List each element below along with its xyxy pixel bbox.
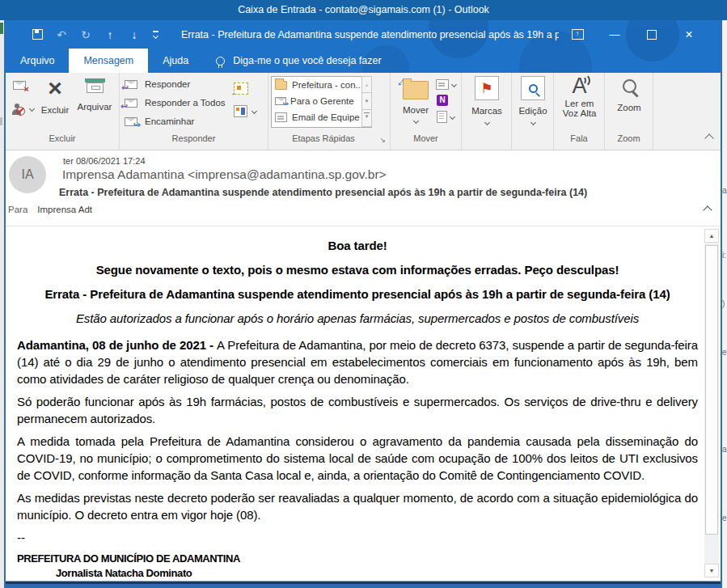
signature-name: Jornalista Natacha Dominato bbox=[17, 566, 698, 581]
save-button[interactable] bbox=[25, 29, 49, 40]
window-controls: ↑ — × bbox=[559, 27, 721, 42]
ribbon-group-fala: A Ler em Voz Alta Fala bbox=[554, 73, 605, 150]
ribbon-group-mover: ↓ Mover N Mover bbox=[391, 73, 462, 150]
scroll-up-icon: ▲ bbox=[365, 82, 370, 87]
gallery-scroll-down-button[interactable]: ▼ bbox=[361, 93, 372, 110]
reply-all-button[interactable]: ↩ Responder a Todos bbox=[125, 98, 226, 108]
scroll-up-button[interactable]: ▲ bbox=[704, 229, 719, 243]
tell-me-box[interactable]: Diga-me o que você deseja fazer bbox=[216, 49, 381, 73]
message-date: ter 08/06/2021 17:24 bbox=[63, 156, 146, 166]
close-icon: × bbox=[685, 27, 692, 41]
archive-icon bbox=[85, 78, 105, 94]
gallery-more-button[interactable]: ▼ bbox=[361, 110, 372, 127]
more-icon: ▼ bbox=[365, 114, 370, 119]
reply-with-meeting-button[interactable]: ← bbox=[234, 82, 248, 95]
signature: PREFEITURA DO MUNICÍPIO DE ADAMANTINA Jo… bbox=[17, 552, 698, 581]
quick-step-item[interactable]: Email de Equipe bbox=[272, 109, 371, 125]
tell-me-label: Diga-me o que você deseja fazer bbox=[233, 55, 381, 66]
move-button[interactable]: ↓ Mover bbox=[397, 76, 434, 123]
background-text-fragment: a bbox=[722, 186, 727, 195]
avatar[interactable]: IA bbox=[9, 156, 46, 193]
background-window-titlebar: Caixa de Entrada - contato@sigamais.com … bbox=[0, 0, 727, 20]
vertical-scrollbar[interactable]: ▲ ▼ bbox=[704, 229, 719, 577]
ignore-button[interactable]: × bbox=[13, 81, 26, 90]
scrollbar-thumb[interactable] bbox=[705, 245, 718, 535]
maximize-icon bbox=[647, 30, 657, 40]
group-label-fala: Fala bbox=[554, 133, 604, 143]
send-to-onenote-button[interactable]: N bbox=[437, 95, 448, 106]
sender-address[interactable]: Imprensa Adamantina <imprensa@adamantina… bbox=[62, 167, 387, 182]
body-paragraph: Adamantina, 08 de junho de 2021 - A Pref… bbox=[17, 336, 698, 387]
group-label-responder: Responder bbox=[120, 133, 268, 143]
quick-step-item[interactable]: Prefeitura - con... bbox=[272, 77, 371, 93]
read-aloud-button[interactable]: A Ler em Voz Alta bbox=[554, 74, 605, 118]
lightbulb-icon bbox=[216, 57, 225, 66]
tab-mensagem[interactable]: Mensagem bbox=[69, 49, 148, 73]
scroll-down-button[interactable]: ▼ bbox=[704, 564, 719, 577]
block-sender-icon bbox=[10, 102, 26, 116]
tags-button[interactable]: ⚑ Marcas bbox=[462, 76, 512, 125]
find-icon bbox=[529, 84, 538, 93]
background-text-fragment: e bbox=[722, 514, 727, 522]
background-text-fragment: a bbox=[722, 445, 727, 454]
body-greeting: Boa tarde! bbox=[17, 237, 698, 254]
tab-ajuda[interactable]: Ajuda bbox=[148, 49, 203, 73]
customize-qat-button[interactable] bbox=[153, 31, 159, 38]
quick-step-item[interactable]: ↪ Para o Gerente bbox=[272, 93, 371, 109]
forward-mail-icon: ↪ bbox=[275, 97, 286, 105]
undo-button[interactable]: ↶ bbox=[49, 28, 74, 41]
junk-email-button[interactable] bbox=[10, 102, 34, 116]
quick-access-toolbar: ↶ ↻ ↑ ↓ bbox=[6, 28, 159, 41]
collapse-header-button[interactable] bbox=[704, 207, 711, 214]
recipient[interactable]: Imprensa Adt bbox=[37, 205, 92, 214]
gallery-scroll-up-button[interactable]: ▲ bbox=[361, 76, 372, 93]
ribbon: × × Excluir Arquivar Excluir bbox=[6, 73, 721, 150]
meeting-reply-icon: ← bbox=[234, 82, 248, 95]
reply-icon: ↩ bbox=[125, 80, 137, 89]
scroll-down-icon: ▼ bbox=[365, 99, 370, 104]
background-text-fragment: i: bbox=[722, 251, 727, 260]
rules-icon bbox=[436, 79, 449, 90]
body-paragraph: Só poderão funcionar após às 19h farmáci… bbox=[17, 393, 698, 427]
body-paragraph: As medidas previstas neste decreto poder… bbox=[17, 489, 698, 523]
maximize-button[interactable] bbox=[633, 30, 670, 40]
rules-button[interactable] bbox=[436, 79, 456, 90]
flag-icon: ⚑ bbox=[480, 82, 492, 95]
ribbon-group-responder: ↩ Responder ↩ Responder a Todos ↪ Encami… bbox=[120, 73, 268, 150]
next-item-button[interactable]: ↓ bbox=[122, 28, 146, 41]
previous-item-button[interactable]: ↑ bbox=[98, 28, 122, 41]
forward-icon: ↪ bbox=[125, 117, 137, 126]
tab-arquivo[interactable]: Arquivo bbox=[6, 49, 69, 73]
flag-box: ⚑ bbox=[475, 76, 499, 100]
redo-button[interactable]: ↻ bbox=[74, 28, 98, 41]
minimize-button[interactable]: — bbox=[596, 28, 633, 40]
ignore-icon: × bbox=[13, 81, 26, 90]
minimize-icon: — bbox=[610, 28, 620, 40]
quick-steps-scroll: ▲ ▼ ▼ bbox=[361, 76, 372, 127]
chevron-up-icon bbox=[704, 133, 713, 142]
forward-button[interactable]: ↪ Encaminhar bbox=[125, 116, 194, 126]
actions-button[interactable] bbox=[437, 111, 454, 123]
quick-steps-dialog-launcher[interactable]: ↘ bbox=[379, 136, 386, 144]
reply-button[interactable]: ↩ Responder bbox=[125, 79, 190, 89]
editing-button[interactable]: Edição bbox=[512, 76, 554, 125]
more-respond-options-button[interactable] bbox=[234, 105, 256, 117]
delete-x-icon: × bbox=[38, 76, 72, 100]
ribbon-display-options-button[interactable]: ↑ bbox=[559, 29, 596, 40]
delete-button[interactable]: × Excluir bbox=[38, 76, 72, 115]
collapse-ribbon-button[interactable] bbox=[706, 135, 712, 142]
group-label-mover: Mover bbox=[391, 133, 461, 143]
team-email-icon bbox=[275, 112, 287, 122]
zoom-button[interactable]: Zoom bbox=[605, 76, 653, 112]
ribbon-display-options-icon: ↑ bbox=[572, 29, 584, 40]
body-paragraph: A medida tomada pela Prefeitura de Adama… bbox=[17, 433, 698, 484]
chevron-up-icon bbox=[703, 205, 712, 214]
undo-icon: ↶ bbox=[57, 28, 66, 41]
ribbon-filler bbox=[653, 73, 721, 150]
editing-box bbox=[521, 76, 545, 100]
close-button[interactable]: × bbox=[670, 27, 708, 42]
archive-button[interactable]: Arquivar bbox=[74, 76, 116, 112]
recipient-row: ParaImprensa Adt bbox=[8, 205, 92, 214]
body-apology: Segue novamente o texto, pois o mesmo es… bbox=[17, 261, 698, 278]
reply-all-icon: ↩ bbox=[125, 99, 137, 108]
